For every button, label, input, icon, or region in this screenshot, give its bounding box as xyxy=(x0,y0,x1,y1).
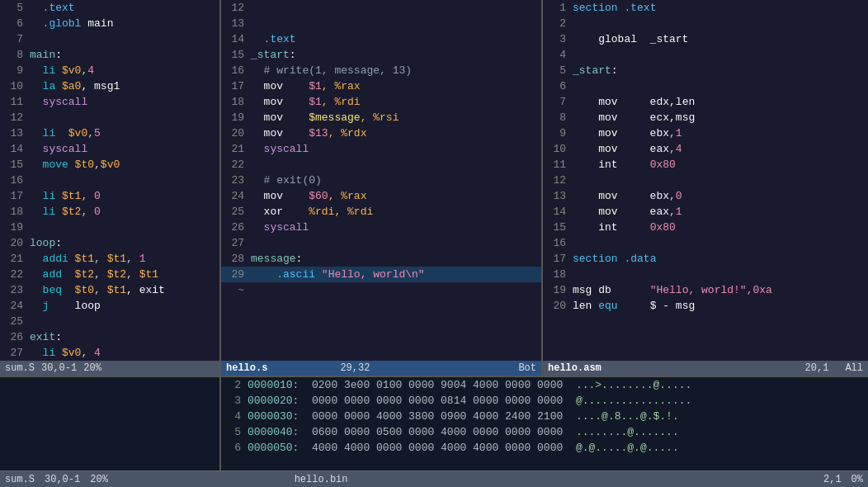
code-line: 23 beq $t0, $t1, exit xyxy=(0,282,219,298)
line-number: 18 xyxy=(3,204,23,220)
line-content xyxy=(251,235,538,251)
code-line: 14 syscall xyxy=(0,141,219,157)
line-number: 1 xyxy=(546,0,566,16)
hex-addr: 0000050: xyxy=(248,440,312,456)
line-content: li $v0, 4 xyxy=(30,345,216,361)
line-number: 2 xyxy=(546,16,566,31)
line-number: 18 xyxy=(546,267,566,282)
line-content xyxy=(573,235,865,251)
bottom-hex-pane: 20000010: 0200 3e00 0100 0000 9004 4000 … xyxy=(221,377,868,470)
hex-line: 20000010: 0200 3e00 0100 0000 9004 4000 … xyxy=(221,377,868,393)
code-line: 8main: xyxy=(0,47,219,63)
line-number: 20 xyxy=(546,298,566,314)
line-number: 10 xyxy=(546,141,566,157)
line-content xyxy=(573,47,865,63)
code-line: 5_start: xyxy=(543,63,868,78)
line-number: 27 xyxy=(3,345,23,361)
line-number: 12 xyxy=(3,110,23,125)
line-content xyxy=(30,314,216,329)
line-number: 23 xyxy=(3,282,23,298)
line-number: 26 xyxy=(3,329,23,345)
line-content: la $a0, msg1 xyxy=(30,78,216,94)
code-line: 19 xyxy=(0,220,219,235)
line-number: 24 xyxy=(224,188,244,204)
line-content: # write(1, message, 13) xyxy=(251,63,538,78)
code-line: 20loop: xyxy=(0,235,219,251)
code-line: 27 xyxy=(221,235,541,251)
line-number: 20 xyxy=(224,125,244,141)
line-number: 25 xyxy=(224,204,244,220)
footer-section-left: sum.S 30,0-1 20% xyxy=(5,474,285,485)
code-line: 4 xyxy=(543,47,868,63)
hex-bytes: 0000 0000 4000 3800 0900 4000 2400 2100 xyxy=(312,409,576,424)
footer-left-pos: 30,0-1 xyxy=(45,474,80,485)
code-line: 12 xyxy=(543,173,868,188)
right-filename: hello.asm xyxy=(548,362,601,374)
line-number: 6 xyxy=(546,78,566,94)
hex-bytes: 0600 0000 0500 0000 4000 0000 0000 0000 xyxy=(312,424,576,440)
code-line: 13 xyxy=(221,16,541,31)
code-line: 28message: xyxy=(221,251,541,267)
line-number: 15 xyxy=(3,157,23,173)
code-line: 26 syscall xyxy=(221,220,541,235)
code-line: 18 xyxy=(543,267,868,282)
line-number: 22 xyxy=(224,157,244,173)
line-number: 5 xyxy=(3,0,23,16)
footer-middle-file: hello.bin xyxy=(295,474,348,485)
editor-container: 5 .text6 .globl main7 8main:9 li $v0,410… xyxy=(0,0,868,487)
bottom-left-pane xyxy=(0,377,221,470)
line-number: 16 xyxy=(546,235,566,251)
line-content: msg db "Hello, world!",0xa xyxy=(573,282,865,298)
line-number: 14 xyxy=(3,141,23,157)
line-content: exit: xyxy=(30,329,216,345)
code-line: 19 mov $message, %rsi xyxy=(221,110,541,125)
line-content: main: xyxy=(30,47,216,63)
code-line: 25 xor %rdi, %rdi xyxy=(221,204,541,220)
line-content xyxy=(30,173,216,188)
line-number: 9 xyxy=(546,125,566,141)
code-line: 23 # exit(0) xyxy=(221,173,541,188)
bottom-row: 20000010: 0200 3e00 0100 0000 9004 4000 … xyxy=(0,376,868,470)
line-content: .globl main xyxy=(30,16,216,31)
footer-bar: sum.S 30,0-1 20% hello.bin 2,1 0% xyxy=(0,470,868,487)
line-content xyxy=(30,220,216,235)
code-line: 11 int 0x80 xyxy=(543,157,868,173)
line-number: 11 xyxy=(546,157,566,173)
line-number: 19 xyxy=(3,220,23,235)
line-number: 7 xyxy=(546,94,566,110)
middle-filename: hello.s xyxy=(226,362,267,374)
line-content: li $t2, 0 xyxy=(30,204,216,220)
line-content: li $t1, 0 xyxy=(30,188,216,204)
line-content: move $t0,$v0 xyxy=(30,157,216,173)
code-line: 16 xyxy=(0,173,219,188)
code-line: 27 li $v0, 4 xyxy=(0,345,219,361)
line-content: mov edx,len xyxy=(573,94,865,110)
code-line: 15_start: xyxy=(221,47,541,63)
line-number: 27 xyxy=(224,235,244,251)
line-number: 25 xyxy=(3,314,23,329)
line-content: mov $1, %rax xyxy=(251,78,538,94)
line-content: int 0x80 xyxy=(573,220,865,235)
footer-left-pct: 20% xyxy=(90,474,108,485)
hex-line: 60000050: 4000 4000 0000 0000 4000 4000 … xyxy=(221,440,868,456)
code-line: 7 mov edx,len xyxy=(543,94,868,110)
left-pct: 20% xyxy=(83,362,101,374)
line-number: 8 xyxy=(3,47,23,63)
line-number: 16 xyxy=(224,63,244,78)
code-line: ~ xyxy=(221,282,541,298)
line-content: mov eax,4 xyxy=(573,141,865,157)
code-line: 6 xyxy=(543,78,868,94)
code-line: 15 move $t0,$v0 xyxy=(0,157,219,173)
line-content: .ascii "Hello, world\n" xyxy=(251,267,538,282)
code-line: 22 add $t2, $t2, $t1 xyxy=(0,267,219,282)
code-line: 8 mov ecx,msg xyxy=(543,110,868,125)
line-content xyxy=(251,0,538,16)
line-number: 15 xyxy=(546,220,566,235)
code-line: 26exit: xyxy=(0,329,219,345)
line-number: 10 xyxy=(3,78,23,94)
code-line: 22 xyxy=(221,157,541,173)
footer-right-pct: 0% xyxy=(851,474,863,485)
line-number: 11 xyxy=(3,94,23,110)
hex-addr: 0000030: xyxy=(248,409,312,424)
hex-ascii: @.@.....@.@..... xyxy=(576,440,679,456)
